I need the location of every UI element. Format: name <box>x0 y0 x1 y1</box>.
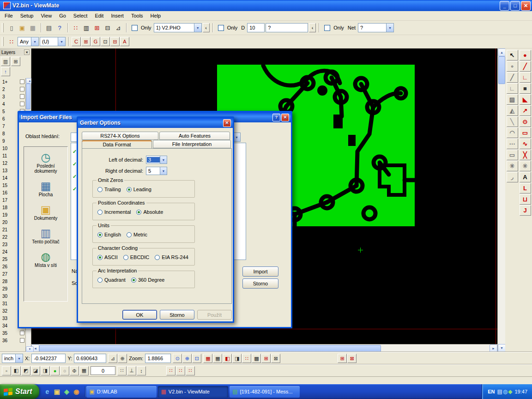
menu-select[interactable]: Select <box>70 13 91 18</box>
y-coordinate-input[interactable]: 0.690643 <box>74 354 106 363</box>
close-button[interactable]: ✕ <box>521 1 531 11</box>
layer-row-36[interactable]: 36 <box>0 337 25 344</box>
chevron-down-icon[interactable]: ▼ <box>58 37 65 46</box>
scroll-track[interactable] <box>498 84 505 344</box>
last-step-icon[interactable]: ◨ <box>41 366 50 375</box>
layer-row-1[interactable]: 1+ <box>0 78 25 85</box>
dcode-query-input[interactable]: ? <box>266 23 308 32</box>
aperture-letter-icon[interactable]: A <box>120 37 129 46</box>
layer-row-3[interactable]: 3 <box>0 93 25 100</box>
layer-row-4[interactable]: 4 <box>0 100 25 108</box>
prev-layer-button[interactable]: ‹ <box>203 23 210 32</box>
layer-color-chip[interactable] <box>20 331 24 335</box>
vertical-scrollbar[interactable]: ▲ ▼ <box>497 48 505 352</box>
browser-quick-icon[interactable]: ◉ <box>72 387 80 396</box>
dcode-select-icon[interactable]: ▥ <box>81 23 91 32</box>
clear-letter-icon[interactable]: C <box>72 37 81 46</box>
scroll-thumb[interactable] <box>39 345 381 352</box>
new-file-icon[interactable]: ▯ <box>6 23 17 32</box>
flash-pattern-icon[interactable]: ⊞ <box>261 354 271 363</box>
pad-red-b-icon[interactable]: ∷ <box>176 366 185 375</box>
layer-color-chip[interactable] <box>20 87 24 91</box>
menu-help[interactable]: Help <box>147 13 165 18</box>
storno-button[interactable]: Storno <box>160 310 194 320</box>
pad-box-icon[interactable]: ⊡ <box>101 37 110 46</box>
save-icon[interactable]: ▦ <box>28 23 38 32</box>
tray-update-icon[interactable]: ◆ <box>508 388 512 395</box>
dot-grid-icon[interactable]: ∷ <box>117 366 127 375</box>
tab-data-format[interactable]: Data Format <box>82 140 152 149</box>
goto-letter-icon[interactable]: G <box>91 37 100 46</box>
trace-pattern-icon[interactable]: ▩ <box>252 354 261 363</box>
storno-button[interactable]: Storno <box>242 278 278 289</box>
layers-panel-close-icon[interactable]: ✕ <box>24 49 30 55</box>
tab-file-interpretation[interactable]: File Interpretation <box>153 140 231 148</box>
target-cross-icon[interactable]: ⊕ <box>118 354 127 363</box>
ok-button[interactable]: OK <box>122 310 157 320</box>
layer-colors-icon[interactable]: ⊞ <box>11 57 20 66</box>
radio-absolute[interactable]: Absolute <box>136 209 163 215</box>
unit-combobox[interactable]: inch▼ <box>2 354 23 363</box>
chevron-down-icon[interactable]: ▼ <box>31 37 38 46</box>
place-documents[interactable]: ▣Dokumenty <box>25 204 66 221</box>
scroll-up-icon[interactable]: ▲ <box>498 48 506 56</box>
dcode-input[interactable]: 10 <box>247 23 265 32</box>
chevron-down-icon[interactable]: ▼ <box>160 167 167 175</box>
menu-file[interactable]: File <box>1 13 17 18</box>
dotted-tool-icon[interactable]: ⋯ <box>507 139 518 149</box>
menu-edit[interactable]: Edit <box>91 13 107 18</box>
layer-color-chip[interactable] <box>20 338 24 343</box>
hook-tool-icon[interactable]: ◞ <box>507 172 518 182</box>
first-step-icon[interactable]: ◧ <box>12 366 21 375</box>
trace-draw-tool-icon[interactable]: ╱ <box>520 61 531 72</box>
language-indicator[interactable]: EN <box>488 389 495 394</box>
spline-tool-icon[interactable]: ∿ <box>520 139 531 149</box>
measure-ruler-icon[interactable]: ⊿ <box>113 23 123 32</box>
radio-eia-rs-244[interactable]: EIA RS-244 <box>155 254 188 260</box>
zoom-input[interactable]: 1.8866 <box>145 354 171 363</box>
menu-go[interactable]: Go <box>55 13 70 18</box>
minimize-button[interactable]: _ <box>500 1 509 11</box>
pou-t-button[interactable]: Použít <box>197 310 232 320</box>
film-grid-icon[interactable]: ⊞ <box>92 23 102 32</box>
next-step-icon[interactable]: ◪ <box>31 366 40 375</box>
layer-grid-icon[interactable]: ⊟ <box>103 23 113 32</box>
menu-tools[interactable]: Tools <box>127 13 147 18</box>
text-tool-icon[interactable]: A <box>520 172 531 182</box>
rect-pad-tool-icon[interactable]: ▭ <box>520 127 531 138</box>
line-tool-gray-icon[interactable]: ╱ <box>507 72 518 83</box>
measure-diagonal-icon[interactable]: ⊿ <box>108 354 117 363</box>
pad-cross-icon[interactable]: ⊞ <box>81 37 91 46</box>
filled-box-tool-icon[interactable]: ▨ <box>507 94 518 105</box>
star-tool-icon[interactable]: ✳ <box>507 161 518 171</box>
trace-box-icon[interactable]: ⊟ <box>110 37 120 46</box>
radio-incremental[interactable]: Incremental <box>97 209 131 215</box>
layer-color-chip[interactable] <box>20 102 24 106</box>
my-computer-quick-icon[interactable]: ▣ <box>53 387 61 396</box>
italic-shape-tool-icon[interactable]: ◭ <box>507 105 518 116</box>
zoom-in-icon[interactable]: ⊕ <box>182 354 192 363</box>
pad-red-c-icon[interactable]: ∷ <box>186 366 195 375</box>
zoom-point-icon[interactable]: ⊙ <box>173 354 182 363</box>
tab-auto-features[interactable]: Auto Features <box>159 132 230 140</box>
scroll-thumb[interactable] <box>26 84 30 109</box>
radio-360-degree[interactable]: 360 Degree <box>131 277 165 283</box>
close-button[interactable]: ✕ <box>281 114 289 121</box>
layer-combobox[interactable]: 1) V2.PHO▼ <box>154 23 202 32</box>
film-positive-icon[interactable]: ◨ <box>232 354 242 363</box>
pad-pattern-icon[interactable]: ∷ <box>242 354 251 363</box>
tab-rs274-x-options[interactable]: RS274-X Options <box>82 132 158 140</box>
maximize-button[interactable]: □ <box>510 1 520 11</box>
net-combobox[interactable]: ?▼ <box>358 23 394 32</box>
anchor-icon[interactable]: ⊥ <box>127 366 136 375</box>
j-text-tool-icon[interactable]: J <box>520 205 531 216</box>
pad-red-a-icon[interactable]: ∷ <box>166 366 175 375</box>
layer-color-chip[interactable] <box>20 79 24 84</box>
menu-insert[interactable]: Insert <box>107 13 127 18</box>
hatch-tool-icon[interactable]: ╲ <box>507 116 518 127</box>
zoom-window-icon[interactable]: ⊡ <box>192 354 201 363</box>
burst-tool-icon[interactable]: ✳ <box>520 161 531 171</box>
any-combobox[interactable]: Any▼ <box>18 37 39 46</box>
combo-left-of-decimal[interactable]: 3▼ <box>146 156 167 164</box>
menu-setup[interactable]: Setup <box>17 13 37 18</box>
